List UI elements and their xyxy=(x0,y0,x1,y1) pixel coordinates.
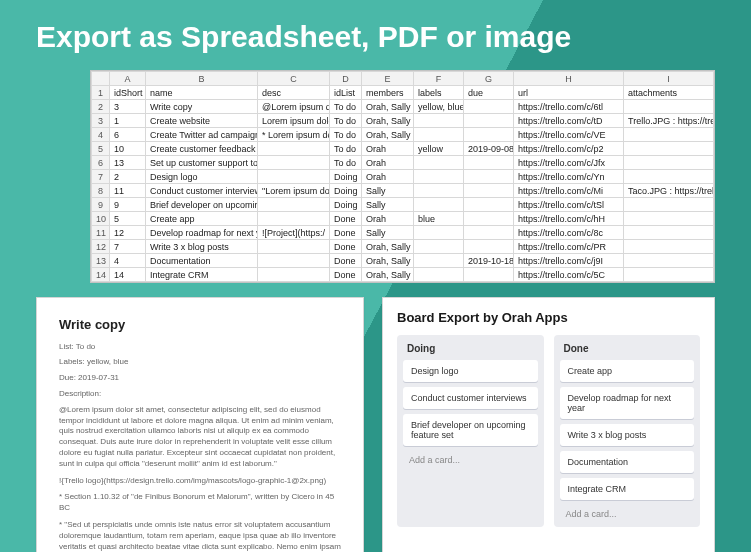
table-row: 46Create Twitter ad campaign* Lorem ipsu… xyxy=(92,128,714,142)
board-card-item[interactable]: Integrate CRM xyxy=(560,478,695,500)
header-cell: due xyxy=(464,86,514,100)
cell: 9 xyxy=(110,198,146,212)
cell: Design logo xyxy=(146,170,258,184)
cell xyxy=(464,226,514,240)
cell: https://trello.com/c/hH xyxy=(514,212,624,226)
row-number: 2 xyxy=(92,100,110,114)
pdf-preview: Write copy List: To do Labels: yellow, b… xyxy=(36,297,364,552)
cell: https://trello.com/c/Yn xyxy=(514,170,624,184)
row-number: 5 xyxy=(92,142,110,156)
header-cell: url xyxy=(514,86,624,100)
header-cell: name xyxy=(146,86,258,100)
cell xyxy=(624,240,714,254)
cell xyxy=(414,240,464,254)
board-card-item[interactable]: Design logo xyxy=(403,360,538,382)
board-card-item[interactable]: Brief developer on upcoming feature set xyxy=(403,414,538,446)
table-row: 99Brief developer on upcomingDoingSallyh… xyxy=(92,198,714,212)
cell: Create app xyxy=(146,212,258,226)
cell xyxy=(464,170,514,184)
header-cell: attachments xyxy=(624,86,714,100)
cell: To do xyxy=(330,142,362,156)
cell: 4 xyxy=(110,254,146,268)
pdf-due: Due: 2019-07-31 xyxy=(59,373,341,384)
board-card-item[interactable]: Create app xyxy=(560,360,695,382)
cell: Doing xyxy=(330,170,362,184)
list-title: Doing xyxy=(403,341,538,360)
cell: Documentation xyxy=(146,254,258,268)
cell xyxy=(414,226,464,240)
pdf-description-label: Description: xyxy=(59,389,341,400)
table-row: 510Create customer feedback foTo doOrahy… xyxy=(92,142,714,156)
cell xyxy=(258,240,330,254)
cell: 13 xyxy=(110,156,146,170)
cell: https://trello.com/c/6tl xyxy=(514,100,624,114)
pdf-paragraph: @Lorem ipsum dolor sit amet, consectetur… xyxy=(59,405,341,470)
pdf-paragraph: * Section 1.10.32 of "de Finibus Bonorum… xyxy=(59,492,341,514)
col-letter: A xyxy=(110,72,146,86)
board-card-item[interactable]: Write 3 x blog posts xyxy=(560,424,695,446)
cell: ![Project](https:/ xyxy=(258,226,330,240)
cell: Orah xyxy=(362,170,414,184)
col-letter: D xyxy=(330,72,362,86)
cell xyxy=(414,268,464,282)
add-card-link[interactable]: Add a card... xyxy=(560,505,695,521)
cell xyxy=(414,184,464,198)
board-preview: Board Export by Orah Apps DoingDesign lo… xyxy=(382,297,715,552)
cell: Done xyxy=(330,254,362,268)
column-letters-row: A B C D E F G H I xyxy=(92,72,714,86)
cell: 10 xyxy=(110,142,146,156)
cell: 7 xyxy=(110,240,146,254)
cell: https://trello.com/c/tD xyxy=(514,114,624,128)
table-row: 127Write 3 x blog postsDoneOrah, Sallyht… xyxy=(92,240,714,254)
cell: Integrate CRM xyxy=(146,268,258,282)
cell: 14 xyxy=(110,268,146,282)
table-row: 134DocumentationDoneOrah, Sally2019-10-1… xyxy=(92,254,714,268)
header-row: 1idShortnamedescidListmemberslabelsdueur… xyxy=(92,86,714,100)
cell: https://trello.com/c/p2 xyxy=(514,142,624,156)
row-number: 4 xyxy=(92,128,110,142)
cell: Create website xyxy=(146,114,258,128)
board-card-item[interactable]: Conduct customer interviews xyxy=(403,387,538,409)
cell xyxy=(414,198,464,212)
cell: Set up customer support tool xyxy=(146,156,258,170)
header-cell: desc xyxy=(258,86,330,100)
col-letter: G xyxy=(464,72,514,86)
spreadsheet-preview: A B C D E F G H I 1idShortnamedescidList… xyxy=(90,70,715,283)
cell xyxy=(464,156,514,170)
cell xyxy=(464,100,514,114)
cell xyxy=(624,268,714,282)
list-title: Done xyxy=(560,341,695,360)
board-card-item[interactable]: Develop roadmap for next year xyxy=(560,387,695,419)
table-row: 811Conduct customer interviews"Lorem ips… xyxy=(92,184,714,198)
cell: Taco.JPG : https://trello-a xyxy=(624,184,714,198)
row-number: 13 xyxy=(92,254,110,268)
cell xyxy=(414,114,464,128)
cell: https://trello.com/c/VE xyxy=(514,128,624,142)
cell: https://trello.com/c/Jfx xyxy=(514,156,624,170)
cell: 3 xyxy=(110,100,146,114)
row-number: 10 xyxy=(92,212,110,226)
board-card-item[interactable]: Documentation xyxy=(560,451,695,473)
cell: Develop roadmap for next ye xyxy=(146,226,258,240)
table-row: 105Create appDoneOrahbluehttps://trello.… xyxy=(92,212,714,226)
spreadsheet-table: A B C D E F G H I 1idShortnamedescidList… xyxy=(91,71,714,282)
table-row: 1112Develop roadmap for next ye![Project… xyxy=(92,226,714,240)
cell: https://trello.com/c/Mi xyxy=(514,184,624,198)
cell xyxy=(258,268,330,282)
cell: https://trello.com/c/8c xyxy=(514,226,624,240)
cell: Doing xyxy=(330,184,362,198)
cell: 6 xyxy=(110,128,146,142)
pdf-paragraph: !{Trello logo}(https://design.trello.com… xyxy=(59,476,341,487)
table-row: 613Set up customer support toolTo doOrah… xyxy=(92,156,714,170)
cell: Create Twitter ad campaign xyxy=(146,128,258,142)
cell xyxy=(464,114,514,128)
header-cell: idList xyxy=(330,86,362,100)
cell xyxy=(258,142,330,156)
cell: Orah, Sally xyxy=(362,100,414,114)
cell: 11 xyxy=(110,184,146,198)
add-card-link[interactable]: Add a card... xyxy=(403,451,538,467)
pdf-labels: Labels: yellow, blue xyxy=(59,357,341,368)
cell xyxy=(414,254,464,268)
cell xyxy=(624,156,714,170)
table-row: 72Design logoDoingOrahhttps://trello.com… xyxy=(92,170,714,184)
